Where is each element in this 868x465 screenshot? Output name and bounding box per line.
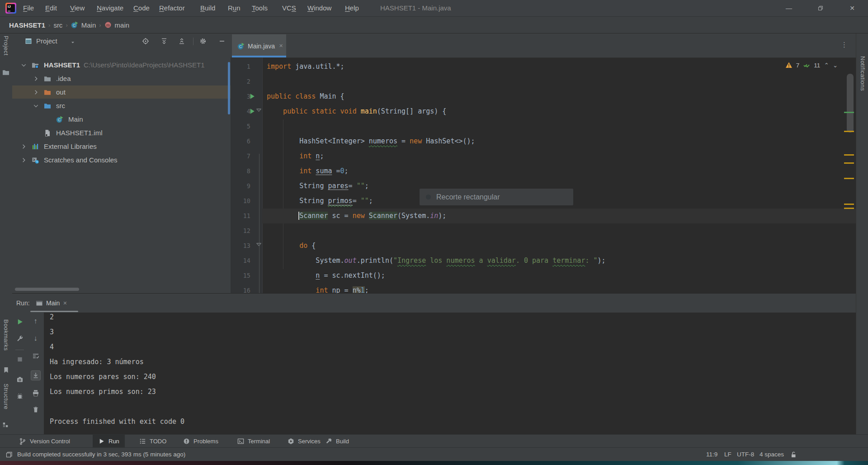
menu-view[interactable]: View (70, 0, 85, 16)
print-button[interactable] (32, 389, 39, 397)
collapse-all-icon[interactable] (178, 38, 185, 45)
vertical-scrollbar[interactable] (228, 62, 230, 114)
code-line-1[interactable]: import java.util.*; (262, 59, 856, 74)
code-line-16[interactable]: int np = n%1; (262, 283, 856, 293)
editor-tab-main-java[interactable]: C Main.java ✕ (232, 34, 286, 57)
toolwindow-tab-terminal[interactable]: Terminal (232, 435, 275, 448)
code-line-4[interactable]: public static void main(String[] args) { (262, 104, 856, 119)
editor[interactable]: C Main.java ✕ ⋮ 12345678910111213141516 … (231, 33, 856, 293)
chevron-right-icon[interactable] (33, 89, 39, 95)
toolwindow-tab-todo[interactable]: TODO (134, 435, 172, 448)
toolwindow-tab-version-control[interactable]: Version Control (14, 435, 75, 448)
code-line-14[interactable]: System.out.println("Ingrese los numeros … (262, 253, 856, 268)
breadcrumb-item-hashset1[interactable]: HASHSET1 (9, 21, 45, 29)
stop-button[interactable] (16, 356, 23, 363)
toolwindow-tab-run[interactable]: Run (93, 435, 125, 448)
stripe-mark-warning[interactable] (844, 131, 854, 132)
stripe-mark-warning[interactable] (844, 208, 854, 209)
caret-position[interactable]: 11:9 (706, 448, 717, 461)
bookmark-icon[interactable] (2, 366, 9, 374)
menu-refactor[interactable]: Refactor (159, 0, 185, 16)
thread-dump-button[interactable] (16, 376, 24, 383)
edit-configuration-button[interactable] (16, 335, 24, 343)
code-line-8[interactable]: int suma =0; (262, 164, 856, 179)
menu-code[interactable]: Code (133, 0, 150, 16)
tree-row-scratches-and-consoles[interactable]: Scratches and Consoles (12, 153, 231, 166)
inspections-widget[interactable]: 7 11 ⌃ ⌃ (785, 60, 838, 71)
toolwindow-tab-build[interactable]: Build (320, 435, 354, 448)
close-tab-icon[interactable]: ✕ (279, 43, 283, 49)
stripe-mark-ok[interactable] (844, 112, 854, 113)
code-line-13[interactable]: do { (262, 238, 856, 253)
chevron-right-icon[interactable] (33, 75, 39, 82)
restore-button[interactable] (810, 0, 831, 16)
run-line-icon[interactable] (249, 108, 255, 114)
code-line-6[interactable]: HashSet<Integer> numeros = new HashSet<>… (262, 134, 856, 149)
menu-vcs[interactable]: VCS (282, 0, 296, 16)
hide-panel-icon[interactable] (218, 38, 226, 45)
tab-options-icon[interactable]: ⋮ (841, 41, 848, 49)
minimize-button[interactable]: — (778, 0, 799, 16)
rerun-button[interactable] (16, 318, 24, 326)
profiler-button[interactable] (16, 393, 24, 400)
close-button[interactable]: ✕ (842, 0, 863, 16)
stripe-mark-warning[interactable] (844, 154, 854, 156)
fold-marker-icon[interactable] (256, 109, 262, 114)
code-line-11[interactable]: Scanner sc = new Scanner(System.in); (262, 209, 856, 223)
run-tab-main[interactable]: Main ✕ (36, 294, 67, 313)
stripe-mark-warning[interactable] (844, 178, 854, 179)
menu-tools[interactable]: Tools (252, 0, 268, 16)
chevron-down-icon[interactable] (70, 40, 75, 45)
folder-icon[interactable] (2, 69, 9, 76)
menu-help[interactable]: Help (345, 0, 359, 16)
next-problem-icon[interactable]: ⌃ (833, 62, 838, 69)
structure-icon[interactable] (2, 422, 9, 428)
fold-marker-icon[interactable] (256, 243, 262, 249)
chevron-right-icon[interactable] (20, 157, 27, 163)
tree-row-hashset1[interactable]: HASHSET1C:\Users\Pinto\IdeaProjects\HASH… (12, 58, 231, 71)
tree-row-src[interactable]: src (12, 99, 231, 112)
tool-stripe-structure[interactable]: Structure (3, 384, 9, 409)
tree-row-external-libraries[interactable]: External Libraries (12, 140, 231, 153)
code-line-12[interactable] (262, 223, 856, 238)
line-separator[interactable]: LF (724, 448, 731, 461)
run-line-icon[interactable] (249, 93, 255, 100)
chevron-down-icon[interactable] (33, 102, 39, 109)
chevron-right-icon[interactable] (20, 143, 27, 150)
prev-problem-icon[interactable]: ⌃ (824, 62, 829, 69)
toolwindow-toggle-icon[interactable] (5, 451, 13, 458)
lock-icon[interactable] (790, 451, 797, 458)
editor-scrollbar[interactable] (847, 74, 854, 133)
tree-row-main[interactable]: CMain (12, 113, 231, 126)
status-message[interactable]: Build completed successfully in 3 sec, 3… (17, 448, 185, 461)
menu-file[interactable]: File (23, 0, 34, 16)
code-line-15[interactable]: n = sc.nextInt(); (262, 268, 856, 283)
locate-file-icon[interactable] (142, 38, 149, 45)
menu-build[interactable]: Build (200, 0, 215, 16)
indent-setting[interactable]: 4 spaces (760, 448, 784, 461)
code-line-7[interactable]: int n; (262, 149, 856, 164)
scroll-to-end-button[interactable] (31, 370, 41, 380)
chevron-down-icon[interactable] (20, 62, 27, 68)
expand-all-icon[interactable] (160, 38, 168, 45)
code-line-5[interactable] (262, 119, 856, 134)
soft-wrap-button[interactable] (32, 352, 39, 360)
console-output[interactable]: 234Ha ingresado: 3 númerosLos numeros pa… (44, 313, 856, 435)
tree-row-out[interactable]: out (12, 85, 231, 99)
tool-stripe-project[interactable]: Project (3, 36, 9, 56)
tree-row--idea[interactable]: .idea (12, 72, 231, 85)
horizontal-scrollbar[interactable] (15, 288, 79, 291)
code-line-3[interactable]: public class Main { (262, 89, 856, 104)
tool-stripe-bookmarks[interactable]: Bookmarks (3, 319, 9, 351)
breadcrumb-item-main[interactable]: main (115, 21, 130, 29)
stripe-mark-warning[interactable] (844, 162, 854, 164)
menu-run[interactable]: Run (228, 0, 241, 16)
file-encoding[interactable]: UTF-8 (737, 448, 754, 461)
menu-edit[interactable]: Edit (45, 0, 57, 16)
tool-stripe-notifications[interactable]: Notifications (859, 56, 866, 91)
menu-navigate[interactable]: Navigate (97, 0, 123, 16)
toolwindow-tab-services[interactable]: Services (282, 435, 326, 448)
stripe-mark-warning[interactable] (844, 204, 854, 205)
project-panel-title[interactable]: Project (36, 34, 57, 48)
toolwindow-tab-problems[interactable]: Problems (178, 435, 224, 448)
